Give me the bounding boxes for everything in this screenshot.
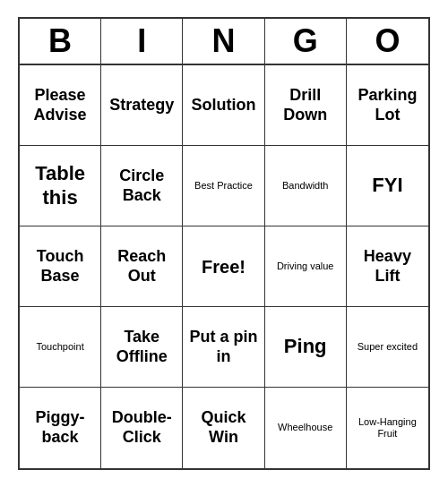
bingo-cell: Super excited: [347, 307, 428, 388]
header-letter: I: [101, 19, 183, 64]
bingo-cell: Quick Win: [183, 388, 264, 468]
bingo-cell: Strategy: [101, 65, 183, 146]
header-letter: B: [20, 19, 101, 64]
bingo-cell: Piggy-back: [20, 388, 101, 468]
bingo-cell: Best Practice: [183, 146, 264, 226]
bingo-cell: Table this: [20, 146, 101, 226]
bingo-cell: Free!: [183, 226, 264, 307]
bingo-cell: Please Advise: [20, 65, 101, 146]
bingo-cell: Low-Hanging Fruit: [347, 388, 428, 468]
bingo-cell: Touchpoint: [20, 307, 101, 388]
bingo-cell: Driving value: [265, 226, 347, 307]
bingo-cell: Touch Base: [20, 226, 101, 307]
bingo-cell: Solution: [183, 65, 264, 146]
bingo-cell: Wheelhouse: [265, 388, 347, 468]
bingo-cell: Ping: [265, 307, 347, 388]
bingo-card: BINGO Please AdviseStrategySolutionDrill…: [18, 17, 430, 470]
bingo-header: BINGO: [20, 19, 428, 65]
header-letter: G: [265, 19, 347, 64]
bingo-cell: Take Offline: [101, 307, 183, 388]
bingo-cell: Drill Down: [265, 65, 347, 146]
bingo-cell: Put a pin in: [183, 307, 264, 388]
bingo-cell: Reach Out: [101, 226, 183, 307]
bingo-grid: Please AdviseStrategySolutionDrill DownP…: [20, 65, 428, 468]
bingo-cell: Heavy Lift: [347, 226, 428, 307]
bingo-cell: Double-Click: [101, 388, 183, 468]
bingo-cell: Parking Lot: [347, 65, 428, 146]
bingo-cell: Circle Back: [101, 146, 183, 226]
bingo-cell: FYI: [347, 146, 428, 226]
header-letter: N: [183, 19, 264, 64]
header-letter: O: [347, 19, 428, 64]
bingo-cell: Bandwidth: [265, 146, 347, 226]
